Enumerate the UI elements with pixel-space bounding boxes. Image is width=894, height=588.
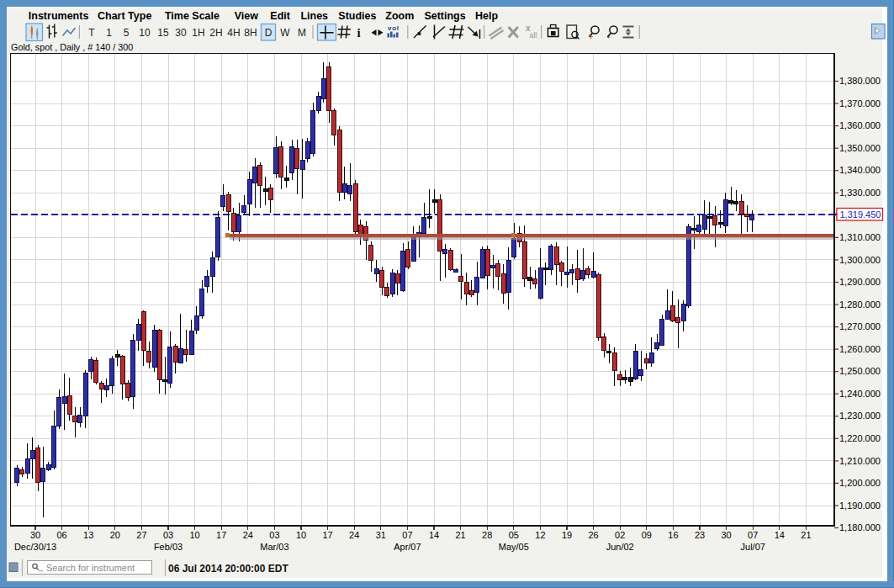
svg-text:Search for instrument: Search for instrument <box>46 563 135 573</box>
svg-text:06 Jul 2014 20:00:00 EDT: 06 Jul 2014 20:00:00 EDT <box>168 563 288 575</box>
